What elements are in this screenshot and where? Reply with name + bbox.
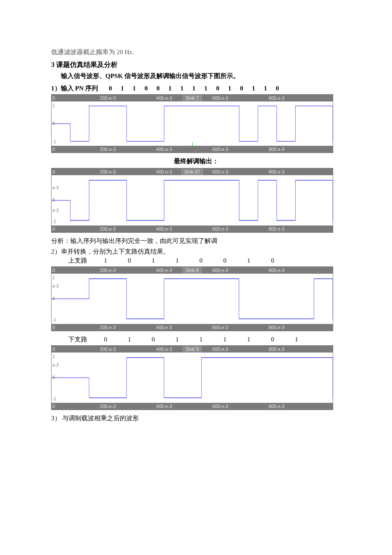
item-3-line: 3） 与调制载波相乘之后的波形 bbox=[51, 414, 341, 422]
xaxis-tick: 600.e-3 bbox=[212, 324, 228, 331]
xaxis-tick: 0 bbox=[52, 168, 55, 175]
xaxis-tick: 600.e-3 bbox=[212, 168, 228, 175]
chart-sink8: Sink 8 0 200.e-3 400.e-3 600.e-3 800.e-3… bbox=[51, 266, 333, 331]
item-2-line: 2）串并转换，分别为上下支路仿真结果。 bbox=[51, 248, 341, 256]
sequence-digit: 1 bbox=[141, 257, 165, 264]
sequence-digit: 1 bbox=[285, 336, 308, 343]
chart-bottom-axis: 0 200.e-3 400.e-3 600.e-3 800.e-3 bbox=[52, 225, 333, 232]
sequence-digit: 1 bbox=[94, 257, 118, 264]
sequence-digit: 1 bbox=[165, 257, 189, 264]
xaxis-tick: 800.e-3 bbox=[268, 168, 284, 175]
intro-paragraph: 输入信号波形、QPSK 信号波形及解调输出信号波形下图所示。 bbox=[51, 72, 341, 80]
xaxis-tick: 800.e-3 bbox=[268, 267, 284, 274]
sequence-digit: 0 bbox=[141, 336, 165, 343]
xaxis-tick: 200.e-3 bbox=[100, 168, 115, 175]
document-page: 低通滤波器截止频率为 20 Hz. 3 课题仿真结果及分析 输入信号波形、QPS… bbox=[0, 0, 392, 449]
xaxis-tick: 0 bbox=[52, 403, 55, 410]
xaxis-tick: 800.e-3 bbox=[268, 95, 284, 101]
chart-sink37: Sink 37 0 200.e-3 400.e-3 600.e-3 800.e-… bbox=[51, 168, 333, 233]
chart-top-axis: Sink 7 0 200.e-3 400.e-3 600.e-3 800.e-3 bbox=[52, 95, 333, 101]
sequence-digit: 1 bbox=[176, 85, 188, 92]
sequence-digit: 0 bbox=[261, 336, 285, 343]
xaxis-tick: 400.e-3 bbox=[156, 168, 172, 175]
chart-plot-area: e-3 0 e-3 -1 bbox=[52, 175, 333, 225]
xaxis-tick: 0 bbox=[52, 225, 55, 232]
chart-title-label: Sink 37 bbox=[182, 168, 203, 175]
sequence-digit: 1 bbox=[118, 336, 141, 343]
sequence-digit: 0 bbox=[118, 257, 141, 264]
xaxis-tick: 600.e-3 bbox=[212, 146, 228, 153]
xaxis-tick: 0 bbox=[52, 95, 55, 101]
chart-title-label: Sink 8 bbox=[183, 267, 202, 274]
sequence-digit: 1 bbox=[200, 85, 212, 92]
upper-branch-row: 上支路 10110010 bbox=[68, 257, 341, 265]
chart-title-label: Sink 9 bbox=[183, 346, 202, 353]
xaxis-tick: 400.e-3 bbox=[156, 324, 172, 331]
xaxis-tick: 200.e-3 bbox=[100, 267, 115, 274]
waveform-svg bbox=[52, 353, 333, 403]
filter-note: 低通滤波器截止频率为 20 Hz. bbox=[51, 47, 341, 57]
upper-branch-digits: 10110010 bbox=[94, 257, 285, 264]
chart-sink9: Sink 9 0 200.e-3 400.e-3 600.e-3 800.e-3… bbox=[51, 345, 333, 410]
chart-bottom-axis: 0 200.e-3 400.e-3 600.e-3 800.e-3 bbox=[52, 324, 333, 331]
sequence-digit: 0 bbox=[140, 85, 152, 92]
sequence-digit: 0 bbox=[94, 336, 118, 343]
xaxis-tick: 600.e-3 bbox=[212, 225, 228, 232]
sequence-digit: 0 bbox=[212, 85, 224, 92]
chart-plot-area: 1 0 -1 bbox=[52, 101, 333, 146]
xaxis-tick: 800.e-3 bbox=[268, 225, 284, 232]
sequence-digit: 0 bbox=[213, 257, 237, 264]
pn-sequence-digits: 011001111010110 bbox=[104, 85, 283, 92]
analysis-line: 分析：输入序列与输出序列完全一致，由此可见实现了解调 bbox=[51, 237, 341, 245]
sequence-digit: 1 bbox=[237, 336, 261, 343]
xaxis-tick: 600.e-3 bbox=[212, 267, 228, 274]
sequence-digit: 1 bbox=[128, 85, 140, 92]
xaxis-tick: 600.e-3 bbox=[212, 346, 228, 353]
section-3-title: 3 课题仿真结果及分析 bbox=[51, 61, 341, 69]
sequence-digit: 0 bbox=[152, 85, 164, 92]
xaxis-tick: 200.e-3 bbox=[100, 403, 115, 410]
sequence-digit: 1 bbox=[165, 336, 189, 343]
waveform-svg bbox=[52, 101, 333, 146]
chart-bottom-axis: 0 200.e-3 400.e-3 600.e-3 800.e-3 bbox=[52, 403, 333, 410]
sequence-digit: 0 bbox=[261, 257, 285, 264]
sequence-digit: 0 bbox=[189, 257, 213, 264]
xaxis-tick: 400.e-3 bbox=[156, 146, 172, 153]
demod-output-label: 最终解调输出： bbox=[51, 157, 341, 165]
sequence-digit: 1 bbox=[189, 336, 213, 343]
lower-branch-digits: 010111101 bbox=[94, 336, 308, 343]
waveform-svg bbox=[52, 274, 333, 324]
xaxis-tick: 800.e-3 bbox=[268, 146, 284, 153]
chart-top-axis: Sink 8 0 200.e-3 400.e-3 600.e-3 800.e-3 bbox=[52, 267, 333, 274]
sequence-digit: 0 bbox=[236, 85, 248, 92]
chart-title-label: Sink 7 bbox=[183, 95, 202, 101]
chart-plot-area: 1 e-3 0 -1 bbox=[52, 353, 333, 403]
xaxis-tick: 400.e-3 bbox=[156, 267, 172, 274]
xaxis-tick: 200.e-3 bbox=[100, 324, 115, 331]
item-1-prefix: 1）输入 PN 序列 bbox=[51, 85, 98, 92]
chart-sink7: Sink 7 0 200.e-3 400.e-3 600.e-3 800.e-3… bbox=[51, 94, 333, 153]
sequence-digit: 1 bbox=[164, 85, 176, 92]
xaxis-tick: 800.e-3 bbox=[268, 346, 284, 353]
lower-branch-row: 下支路 010111101 bbox=[68, 335, 341, 344]
sequence-digit: 0 bbox=[271, 85, 283, 92]
upper-branch-label: 上支路 bbox=[68, 257, 92, 265]
xaxis-tick: 0 bbox=[52, 324, 55, 331]
xaxis-tick: 400.e-3 bbox=[156, 403, 172, 410]
sequence-digit: 1 bbox=[188, 85, 200, 92]
chart-plot-area: 1 e-3 0 -1 bbox=[52, 274, 333, 324]
xaxis-tick: 200.e-3 bbox=[100, 225, 115, 232]
xaxis-tick: 200.e-3 bbox=[100, 95, 115, 101]
xaxis-tick: 200.e-3 bbox=[100, 346, 115, 353]
chart-top-axis: Sink 9 0 200.e-3 400.e-3 600.e-3 800.e-3 bbox=[52, 346, 333, 353]
xaxis-tick: 400.e-3 bbox=[156, 225, 172, 232]
xaxis-tick: 600.e-3 bbox=[212, 95, 228, 101]
xaxis-tick: 600.e-3 bbox=[212, 403, 228, 410]
chart-top-axis: Sink 37 0 200.e-3 400.e-3 600.e-3 800.e-… bbox=[52, 168, 333, 175]
xaxis-tick: 0 bbox=[52, 346, 55, 353]
item-1-line: 1）输入 PN 序列 011001111010110 bbox=[51, 84, 341, 92]
sequence-digit: 1 bbox=[248, 85, 259, 92]
xaxis-tick: 800.e-3 bbox=[268, 324, 284, 331]
sequence-digit: 1 bbox=[213, 336, 237, 343]
xaxis-tick: 800.e-3 bbox=[268, 403, 284, 410]
